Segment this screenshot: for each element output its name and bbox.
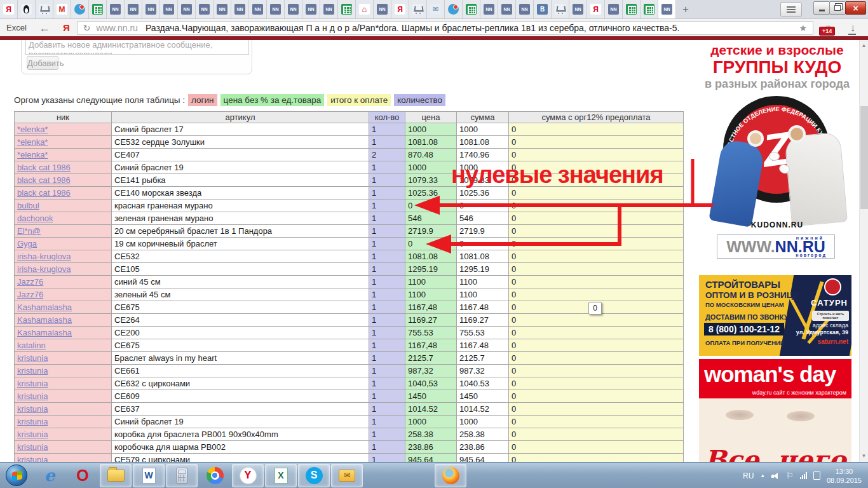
user-link[interactable]: dachonok xyxy=(17,214,53,223)
browser-tab-nn[interactable]: NN xyxy=(267,0,285,18)
saturn-ad-banner[interactable]: СТРОЙТОВАРЫ ОПТОМ И В РОЗНИЦУ ПО МОСКОВС… xyxy=(699,275,851,356)
user-link[interactable]: black cat 1986 xyxy=(17,175,71,185)
taskbar-ie-button[interactable]: e xyxy=(34,464,65,487)
browser-tab-nn[interactable]: NN xyxy=(214,0,231,18)
user-link[interactable]: El*n@ xyxy=(17,226,41,236)
browser-menu-button[interactable] xyxy=(780,3,802,17)
browser-tab-nn[interactable]: NN xyxy=(107,0,125,18)
refresh-icon[interactable]: ↻ xyxy=(83,23,91,33)
taskbar-outlook-button[interactable]: ✉ xyxy=(331,464,363,487)
browser-tab-gmail[interactable]: M xyxy=(53,0,71,18)
browser-tab-pin[interactable] xyxy=(71,0,89,18)
browser-tab-nn[interactable]: NN xyxy=(231,0,249,18)
womansday-ad-banner[interactable]: woman's day wday.ru сайт с женским харак… xyxy=(699,359,851,462)
bookmark-star-icon[interactable]: ★ xyxy=(799,23,807,33)
user-link[interactable]: bulbul xyxy=(17,201,39,210)
taskbar-explorer-button[interactable] xyxy=(100,464,132,487)
taskbar-calculator-button[interactable] xyxy=(166,464,198,487)
browser-tab-nn[interactable]: NN xyxy=(498,0,516,18)
scrollbar-thumb[interactable] xyxy=(860,106,868,209)
user-link[interactable]: kristunia xyxy=(17,353,48,363)
browser-tab-nn[interactable]: NN xyxy=(249,0,267,18)
browser-tab-nn[interactable]: NN xyxy=(160,0,178,18)
user-link[interactable]: black cat 1986 xyxy=(17,188,71,198)
browser-tab-nn[interactable]: NN xyxy=(374,0,391,18)
browser-tab-sheet[interactable] xyxy=(463,0,480,18)
browser-tab-ya[interactable]: Я xyxy=(0,0,18,18)
back-icon[interactable]: ← xyxy=(39,22,50,34)
browser-tab-pin[interactable] xyxy=(445,0,463,18)
browser-tab-nn[interactable]: NN xyxy=(516,0,534,18)
user-link[interactable]: irisha-kruglova xyxy=(17,252,71,261)
browser-tab-nn[interactable]: NN xyxy=(320,0,338,18)
scroll-down-arrow-icon[interactable]: ▼ xyxy=(860,452,868,461)
user-link[interactable]: Gyga xyxy=(17,239,37,248)
browser-tab-nn[interactable]: NN xyxy=(285,0,302,18)
browser-tab-nn[interactable]: NN xyxy=(569,0,587,18)
user-link[interactable]: Jazz76 xyxy=(17,290,43,299)
clock[interactable]: 13:30 08.09.2015 xyxy=(827,467,862,485)
browser-tab-mail[interactable]: ✉ xyxy=(427,0,445,18)
add-message-button[interactable]: Добавить xyxy=(27,56,58,70)
user-link[interactable]: kristunia xyxy=(17,379,48,388)
language-indicator[interactable]: RU xyxy=(743,471,754,480)
user-link[interactable]: Jazz76 xyxy=(17,277,43,287)
kudo-ad-banner[interactable]: детские и взрослые ГРУППЫ КУДО в разных … xyxy=(699,40,855,274)
user-link[interactable]: Kashamalasha xyxy=(17,328,72,337)
taskbar-firefox-button[interactable] xyxy=(435,464,466,487)
yandex-icon[interactable]: Я xyxy=(63,22,70,33)
close-button[interactable]: × xyxy=(845,1,866,15)
browser-tab-cart[interactable] xyxy=(552,0,569,18)
browser-tab-nn[interactable]: NN xyxy=(142,0,160,18)
browser-tab-nn[interactable]: NN xyxy=(178,0,196,18)
volume-icon[interactable] xyxy=(771,472,780,480)
user-link[interactable]: katalinn xyxy=(17,341,46,350)
taskbar-excel-button[interactable]: X xyxy=(265,464,297,487)
taskbar-skype-button[interactable]: S xyxy=(298,464,330,487)
browser-tab-sheet[interactable] xyxy=(89,0,107,18)
user-link[interactable]: kristunia xyxy=(17,404,48,414)
browser-tab-nn[interactable]: NN xyxy=(480,0,498,18)
user-link[interactable]: kristunia xyxy=(17,391,48,401)
maximize-button[interactable] xyxy=(829,1,846,15)
browser-tab-sheet[interactable] xyxy=(641,0,658,18)
user-link[interactable]: Kashamalasha xyxy=(17,302,72,312)
browser-tab-nn[interactable]: NN xyxy=(658,0,676,18)
user-link[interactable]: kristunia xyxy=(17,442,48,452)
taskbar-yandex-browser-button[interactable]: Y xyxy=(232,464,264,487)
taskbar-opera-button[interactable]: O xyxy=(67,464,98,487)
extension-badge[interactable]: ☁ +14 xyxy=(817,20,840,36)
tray-device-icon[interactable] xyxy=(813,471,820,480)
download-icon[interactable]: ↓ xyxy=(846,22,859,34)
browser-tab-nn[interactable]: NN xyxy=(196,0,214,18)
taskbar-word-button[interactable]: W xyxy=(133,464,165,487)
address-bar[interactable]: ↻ www.nn.ru Раздача.Чарующая, заворажива… xyxy=(77,21,813,35)
taskbar-start-button[interactable] xyxy=(1,464,32,487)
browser-tab-vk[interactable]: В xyxy=(534,0,552,18)
browser-tab-cart[interactable] xyxy=(409,0,427,18)
user-link[interactable]: kristunia xyxy=(17,455,48,462)
user-link[interactable]: irisha-kruglova xyxy=(17,264,71,274)
user-link[interactable]: black cat 1986 xyxy=(17,163,71,172)
nnru-logo-banner[interactable]: WWW.NN.RU нижний новгород xyxy=(717,234,835,259)
scroll-up-arrow-icon[interactable]: ▲ xyxy=(860,41,868,50)
new-tab-button[interactable]: + xyxy=(676,0,695,18)
browser-tab-nn[interactable]: NN xyxy=(125,0,142,18)
browser-tab-nn[interactable]: NN xyxy=(302,0,320,18)
browser-tab-cart[interactable] xyxy=(36,0,53,18)
browser-tab-sheet[interactable] xyxy=(623,0,641,18)
user-link[interactable]: *elenka* xyxy=(17,150,48,159)
show-hidden-icons-button[interactable]: ▲ xyxy=(760,473,765,478)
network-signal-icon[interactable] xyxy=(800,472,807,479)
vertical-scrollbar[interactable]: ▲ ▼ xyxy=(859,40,868,462)
browser-tab-ya[interactable]: Я xyxy=(587,0,605,18)
user-link[interactable]: kristunia xyxy=(17,366,48,376)
action-center-flag-icon[interactable]: ⚐ xyxy=(786,471,794,480)
page-url[interactable]: www.nn.ru xyxy=(97,23,138,33)
taskbar-chrome-button[interactable] xyxy=(199,464,231,487)
browser-tab-sheet[interactable] xyxy=(338,0,356,18)
admin-message-input[interactable] xyxy=(25,40,249,55)
browser-tab-ya[interactable]: Я xyxy=(391,0,409,18)
browser-tab-tux[interactable] xyxy=(18,0,36,18)
user-link[interactable]: kristunia xyxy=(17,417,48,426)
